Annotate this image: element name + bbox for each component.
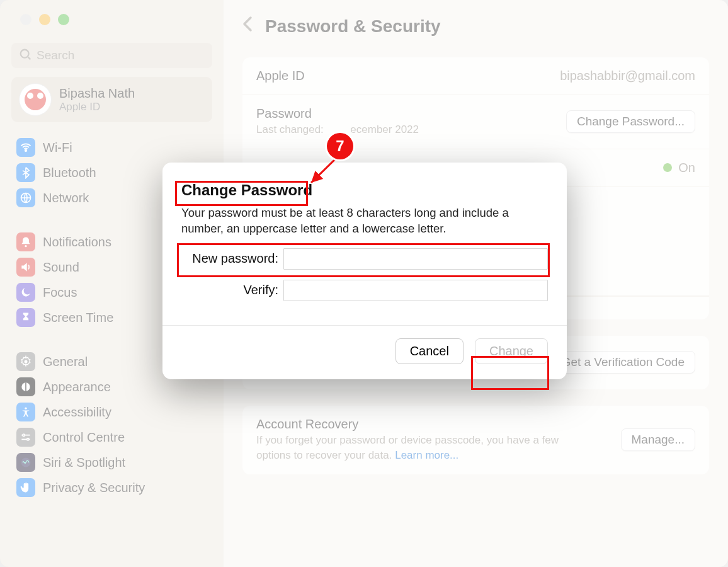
- header: Password & Security: [242, 15, 709, 37]
- apple-id-label: Apple ID: [256, 69, 305, 83]
- annotation-badge: 7: [327, 133, 353, 159]
- window-controls: [9, 0, 215, 34]
- sidebar-item-wi-fi[interactable]: Wi-Fi: [11, 135, 212, 160]
- avatar: [19, 83, 52, 116]
- svg-point-5: [25, 360, 28, 364]
- fullscreen-window-button[interactable]: [58, 14, 69, 25]
- page-title: Password & Security: [265, 16, 441, 37]
- verify-password-input[interactable]: [283, 280, 548, 301]
- sidebar-item-label: Siri & Spotlight: [43, 455, 125, 470]
- appearance-icon: [16, 377, 35, 396]
- password-label: Password: [256, 106, 419, 121]
- change-password-modal: Change Password Your password must be at…: [162, 163, 567, 379]
- user-text: Bipasha Nath Apple ID: [59, 86, 135, 113]
- search-icon: [19, 48, 33, 62]
- moon-icon: [16, 283, 35, 302]
- control-icon: [16, 428, 35, 447]
- sidebar-item-label: Privacy & Security: [43, 481, 145, 495]
- get-verification-code-button[interactable]: Get a Verification Code: [551, 351, 695, 374]
- close-window-button[interactable]: [20, 14, 31, 25]
- sidebar-item-label: Sound: [43, 260, 79, 275]
- search-container: [11, 43, 212, 68]
- new-password-label: New password:: [181, 251, 283, 266]
- gear-icon: [16, 352, 35, 371]
- sidebar-item-label: Notifications: [43, 235, 111, 249]
- accessibility-icon: [16, 403, 35, 421]
- hourglass-icon: [16, 308, 35, 327]
- recovery-card: Account Recovery If you forget your pass…: [242, 406, 709, 474]
- status-on-label: On: [678, 161, 695, 175]
- new-password-input[interactable]: [283, 248, 548, 270]
- password-row: Password Last changed: ecember 2022 Chan…: [242, 95, 709, 149]
- change-button[interactable]: Change: [475, 338, 548, 364]
- hand-icon: [16, 478, 35, 497]
- verify-password-label: Verify:: [181, 283, 283, 297]
- sidebar-item-label: Control Centre: [43, 430, 125, 445]
- svg-point-0: [21, 50, 29, 58]
- svg-point-7: [25, 408, 26, 410]
- recovery-sub: If you forget your password or device pa…: [256, 433, 584, 463]
- sidebar-item-label: Focus: [43, 285, 77, 300]
- verify-password-row: Verify:: [181, 280, 548, 301]
- sidebar-item-label: General: [43, 355, 88, 369]
- new-password-row: New password:: [181, 248, 548, 270]
- learn-more-link[interactable]: Learn more...: [395, 449, 458, 461]
- settings-window: Bipasha Nath Apple ID Wi-FiBluetoothNetw…: [0, 0, 728, 567]
- siri-icon: [16, 453, 35, 472]
- wifi-icon: [16, 138, 35, 157]
- sound-icon: [16, 258, 35, 277]
- cancel-button[interactable]: Cancel: [395, 338, 464, 364]
- svg-point-2: [25, 150, 27, 152]
- sidebar-item-label: Screen Time: [43, 311, 113, 325]
- manage-button[interactable]: Manage...: [621, 428, 696, 451]
- sidebar-item-label: Network: [43, 191, 89, 205]
- bluetooth-icon: [16, 163, 35, 182]
- status-dot-icon: [663, 163, 672, 172]
- user-sub: Apple ID: [59, 101, 135, 113]
- back-button[interactable]: [242, 15, 254, 37]
- sidebar-item-label: Wi-Fi: [43, 140, 72, 155]
- sidebar-item-siri-spotlight[interactable]: Siri & Spotlight: [11, 450, 212, 475]
- network-icon: [16, 188, 35, 207]
- svg-line-1: [28, 57, 31, 60]
- sidebar-item-label: Accessibility: [43, 405, 111, 420]
- minimize-window-button[interactable]: [39, 14, 50, 25]
- modal-footer: Cancel Change: [162, 325, 567, 379]
- apple-id-row: Apple ID bipashabbir@gmail.com: [242, 57, 709, 95]
- svg-point-9: [27, 438, 29, 440]
- sidebar-item-control-centre[interactable]: Control Centre: [11, 425, 212, 450]
- modal-description: Your password must be at least 8 charact…: [181, 205, 548, 237]
- sidebar-item-label: Bluetooth: [43, 166, 96, 180]
- apple-id-value: bipashabbir@gmail.com: [560, 69, 695, 83]
- svg-point-8: [23, 434, 25, 436]
- change-password-button[interactable]: Change Password...: [566, 110, 695, 133]
- sidebar-item-label: Appearance: [43, 380, 111, 394]
- recovery-title: Account Recovery: [256, 417, 584, 432]
- svg-point-4: [25, 245, 26, 247]
- sidebar-item-privacy-security[interactable]: Privacy & Security: [11, 475, 212, 500]
- sidebar-item-accessibility[interactable]: Accessibility: [11, 399, 212, 425]
- modal-title: Change Password: [181, 181, 548, 199]
- bell-icon: [16, 232, 35, 251]
- recovery-row: Account Recovery If you forget your pass…: [242, 406, 709, 474]
- search-input[interactable]: [11, 43, 212, 68]
- apple-id-user-row[interactable]: Bipasha Nath Apple ID: [11, 77, 212, 122]
- user-name: Bipasha Nath: [59, 86, 135, 101]
